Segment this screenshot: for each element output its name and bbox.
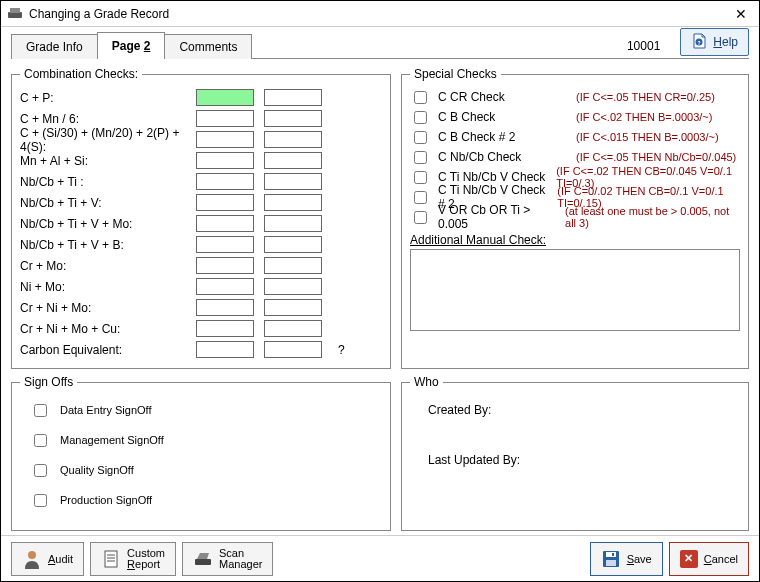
c-b-check-2[interactable] (414, 131, 427, 144)
cancel-icon: ✕ (680, 550, 698, 568)
top-row: Grade Info Page 2 Comments 10001 ? Help (1, 27, 759, 59)
special-label: C CR Check (438, 90, 568, 104)
combo-input-10b[interactable] (264, 278, 322, 295)
tab-label: Grade Info (26, 40, 83, 54)
special-label: C Ti Nb/Cb V Check (438, 170, 548, 184)
combo-label: Nb/Cb + Ti + V + Mo: (20, 217, 196, 231)
combo-input-3b[interactable] (264, 131, 322, 148)
save-button[interactable]: Save (590, 542, 663, 576)
special-legend: Special Checks (410, 67, 501, 81)
combo-input-12a[interactable] (196, 320, 254, 337)
window-title: Changing a Grade Record (29, 7, 729, 21)
combo-input-8b[interactable] (264, 236, 322, 253)
combo-input-6b[interactable] (264, 194, 322, 211)
combo-row: Nb/Cb + Ti + V + B: (20, 234, 382, 255)
combo-input-4b[interactable] (264, 152, 322, 169)
combo-input-2a[interactable] (196, 110, 254, 127)
cancel-label: Cancel (704, 553, 738, 565)
combo-input-3a[interactable] (196, 131, 254, 148)
combo-input-9b[interactable] (264, 257, 322, 274)
window: Changing a Grade Record ✕ Grade Info Pag… (0, 0, 760, 582)
save-label: Save (627, 553, 652, 565)
combo-label: Cr + Ni + Mo: (20, 301, 196, 315)
c-b-check[interactable] (414, 111, 427, 124)
tab-comments[interactable]: Comments (164, 34, 252, 59)
close-icon[interactable]: ✕ (729, 4, 753, 24)
signoff-row: Quality SignOff (20, 455, 382, 485)
app-icon (7, 6, 23, 22)
c-nbcb-check[interactable] (414, 151, 427, 164)
combo-label: Mn + Al + Si: (20, 154, 196, 168)
combo-input-11a[interactable] (196, 299, 254, 316)
quality-signoff-checkbox[interactable] (34, 464, 47, 477)
custom-report-button[interactable]: CustomReport (90, 542, 176, 576)
combo-input-7b[interactable] (264, 215, 322, 232)
last-updated-by-label: Last Updated By: (410, 445, 740, 495)
combo-row: Cr + Ni + Mo + Cu: (20, 318, 382, 339)
management-signoff-checkbox[interactable] (34, 434, 47, 447)
data-entry-signoff-checkbox[interactable] (34, 404, 47, 417)
production-signoff-checkbox[interactable] (34, 494, 47, 507)
signoffs-legend: Sign Offs (20, 375, 77, 389)
additional-manual-check-input[interactable] (410, 249, 740, 331)
c-cr-check[interactable] (414, 91, 427, 104)
combo-input-13a[interactable] (196, 341, 254, 358)
additional-manual-check-label: Additional Manual Check: (410, 233, 740, 247)
combo-input-5b[interactable] (264, 173, 322, 190)
combo-input-7a[interactable] (196, 215, 254, 232)
who-group: Who Created By: Last Updated By: (401, 375, 749, 531)
combo-input-5a[interactable] (196, 173, 254, 190)
combo-row: C + P: (20, 87, 382, 108)
combo-input-12b[interactable] (264, 320, 322, 337)
special-row: C B Check # 2(IF C<.015 THEN B=.0003/~) (410, 127, 740, 147)
combo-row: Carbon Equivalent:? (20, 339, 382, 360)
combo-input-6a[interactable] (196, 194, 254, 211)
scan-manager-button[interactable]: ScanManager (182, 542, 273, 576)
combo-input-8a[interactable] (196, 236, 254, 253)
combo-input-2b[interactable] (264, 110, 322, 127)
svg-rect-1 (10, 8, 20, 13)
who-legend: Who (410, 375, 443, 389)
audit-label: Audit (48, 553, 73, 565)
combo-input-10a[interactable] (196, 278, 254, 295)
combo-label: Cr + Ni + Mo + Cu: (20, 322, 196, 336)
combo-label: Ni + Mo: (20, 280, 196, 294)
c-ti-nbcb-v-check[interactable] (414, 171, 427, 184)
v-or-cb-or-ti-check[interactable] (414, 211, 427, 224)
c-ti-nbcb-v-check-2[interactable] (414, 191, 427, 204)
svg-point-4 (28, 551, 36, 559)
special-cond: (at least one must be > 0.005, not all 3… (565, 205, 740, 229)
tab-page-2[interactable]: Page 2 (97, 32, 166, 59)
combo-input-4a[interactable] (196, 152, 254, 169)
signoff-label: Management SignOff (60, 434, 164, 446)
audit-button[interactable]: Audit (11, 542, 84, 576)
person-icon (22, 549, 42, 569)
combo-row: Nb/Cb + Ti + V: (20, 192, 382, 213)
footer: Audit CustomReport ScanManager Save ✕ Ca… (1, 535, 759, 581)
combo-input-9a[interactable] (196, 257, 254, 274)
combo-input-11b[interactable] (264, 299, 322, 316)
combo-label: Nb/Cb + Ti + V + B: (20, 238, 196, 252)
sign-offs-group: Sign Offs Data Entry SignOff Management … (11, 375, 391, 531)
question-mark-icon[interactable]: ? (338, 343, 345, 357)
save-icon (601, 549, 621, 569)
special-label: C B Check (438, 110, 568, 124)
combo-input-1a[interactable] (196, 89, 254, 106)
title-bar: Changing a Grade Record ✕ (1, 1, 759, 27)
combo-row: Ni + Mo: (20, 276, 382, 297)
tab-grade-info[interactable]: Grade Info (11, 34, 98, 59)
combo-label: C + Mn / 6: (20, 112, 196, 126)
svg-rect-5 (105, 551, 117, 567)
combo-input-13b[interactable] (264, 341, 322, 358)
help-button[interactable]: ? Help (680, 28, 749, 56)
body: Combination Checks: C + P: C + Mn / 6: C… (1, 59, 759, 535)
combo-label: C + (Si/30) + (Mn/20) + 2(P) + 4(S): (20, 126, 196, 154)
combo-row: Cr + Mo: (20, 255, 382, 276)
cancel-button[interactable]: ✕ Cancel (669, 542, 749, 576)
scanner-icon (193, 549, 213, 569)
signoff-label: Quality SignOff (60, 464, 134, 476)
special-cond: (IF C<.02 THEN B=.0003/~) (576, 111, 712, 123)
combo-input-1b[interactable] (264, 89, 322, 106)
signoff-row: Management SignOff (20, 425, 382, 455)
document-icon (101, 549, 121, 569)
